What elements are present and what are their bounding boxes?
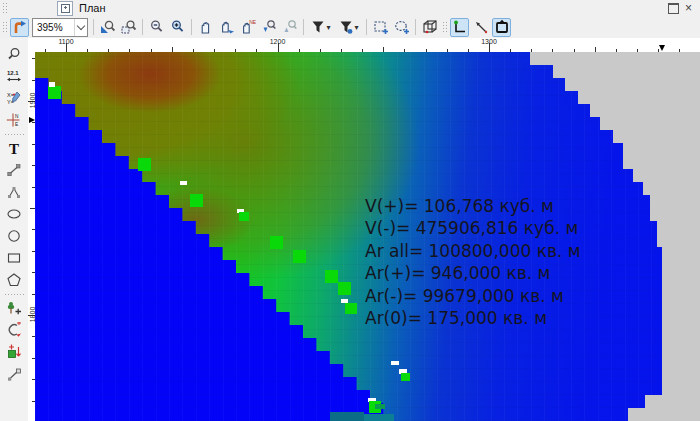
select-rectangle-button[interactable]: [371, 18, 390, 37]
tabbar-grip[interactable]: [2, 2, 7, 14]
ruler-label: 1100: [58, 38, 73, 45]
svg-text:T: T: [9, 141, 19, 157]
text-tool[interactable]: T: [3, 138, 25, 158]
add-point-tool[interactable]: [3, 298, 25, 318]
pan-button[interactable]: [196, 18, 215, 37]
node-edit-icon: [6, 366, 22, 382]
zoom-decrease-button[interactable]: [259, 18, 278, 37]
arc-icon: [6, 322, 22, 338]
separator: [366, 19, 367, 35]
select-polygon-icon: [394, 19, 410, 35]
select-polygon-button[interactable]: [392, 18, 411, 37]
polyline-icon: [6, 162, 22, 178]
annotation-line: Ar(+)= 946,000 кв. м: [365, 262, 581, 284]
horizontal-ruler: 110012001300: [35, 38, 700, 53]
tools-separator: [4, 133, 24, 136]
snap-corner-icon: [452, 19, 468, 35]
rectangle-tool[interactable]: [3, 248, 25, 268]
capture-polygon-button[interactable]: [492, 18, 511, 37]
raster-cell: [391, 361, 399, 365]
view-3d-icon: [422, 19, 438, 35]
chevron-down-icon: ▾: [326, 23, 330, 32]
zoom-to-selection-button[interactable]: [98, 18, 117, 37]
pan-drag-icon: [219, 19, 235, 35]
tab-float-button[interactable]: [57, 1, 73, 16]
svg-text:N: N: [15, 114, 19, 119]
select-rectangle-icon: [373, 19, 389, 35]
zoom-increase-button[interactable]: [280, 18, 299, 37]
svg-text:E: E: [15, 122, 18, 127]
pentagon-tool[interactable]: [3, 270, 25, 290]
measure-zoom-icon: [6, 46, 22, 62]
zoom-mode-icon: [12, 19, 28, 35]
zoom-out-button[interactable]: [147, 18, 166, 37]
filter-button[interactable]: ▾: [308, 18, 334, 37]
zoom-window-button[interactable]: [119, 18, 138, 37]
circle-tool[interactable]: [3, 226, 25, 246]
pan-drag-button[interactable]: [217, 18, 236, 37]
separator: [303, 19, 304, 35]
coordinates-tool[interactable]: X= Y=: [3, 88, 25, 108]
polygon-tool[interactable]: [3, 182, 25, 202]
view-3d-button[interactable]: [420, 18, 439, 37]
ruler-label: 1300: [481, 38, 497, 45]
text-tool-icon: T: [6, 140, 22, 156]
slope-button[interactable]: [471, 18, 490, 37]
tab-title[interactable]: План: [79, 2, 106, 14]
separator: [142, 19, 143, 35]
drawing-tools-panel: 12.1 X= Y= N E T: [0, 38, 29, 421]
node-edit-tool[interactable]: [3, 364, 25, 384]
raster-cell: [138, 158, 151, 171]
annotation-line: V(-)= 475906,816 куб. м: [365, 217, 581, 239]
filter-add-button[interactable]: ▾: [336, 18, 362, 37]
separator: [415, 19, 416, 35]
snap-corner-button[interactable]: [450, 18, 469, 37]
raster-cell: [330, 412, 364, 421]
pan-ne-button[interactable]: NE: [238, 18, 257, 37]
raster-cell: [180, 181, 187, 185]
raster-cell: [338, 282, 351, 295]
chevron-down-icon[interactable]: [74, 19, 87, 36]
zoom-window-icon: [121, 19, 137, 35]
zoom-in-icon: [170, 19, 186, 35]
toolbar-grip[interactable]: [442, 21, 447, 33]
zoom-out-icon: [149, 19, 165, 35]
zoom-increase-icon: [282, 19, 298, 35]
capture-polygon-icon: [494, 19, 510, 35]
annotation-line: Ar(0)= 175,000 кв. м: [365, 307, 581, 329]
toolbar-grip[interactable]: [2, 21, 7, 33]
raster-cell: [270, 236, 283, 249]
polygon-icon: [6, 184, 22, 200]
north-axes-tool[interactable]: N E: [3, 110, 25, 130]
pan-hand-icon: [198, 19, 214, 35]
filter-add-icon: [339, 20, 353, 34]
surface-icon: [6, 344, 22, 360]
plan-window: План × 395%: [0, 0, 700, 421]
pentagon-icon: [6, 272, 22, 288]
zoom-in-button[interactable]: [168, 18, 187, 37]
raster-cell: [293, 250, 306, 263]
raster-cell: [49, 82, 55, 87]
zoom-level-value: 395%: [33, 22, 74, 33]
polyline-tool[interactable]: [3, 160, 25, 180]
map-viewport[interactable]: V(+)= 106,768 куб. м V(-)= 475906,816 ку…: [35, 52, 700, 421]
zoom-mode-button[interactable]: [10, 18, 29, 37]
north-axes-icon: N E: [6, 112, 22, 128]
elevation-raster: V(+)= 106,768 куб. м V(-)= 475906,816 ку…: [35, 52, 665, 421]
ruler-label: 1200: [270, 38, 286, 45]
arc-tool[interactable]: [3, 320, 25, 340]
cursor-position-marker: [659, 45, 665, 51]
close-button[interactable]: ×: [685, 3, 692, 13]
svg-text:X=: X=: [7, 92, 14, 98]
rectangle-icon: [6, 250, 22, 266]
dimension-tool[interactable]: 12.1: [3, 66, 25, 86]
annotation-line: Ar all= 100800,000 кв. м: [365, 240, 581, 262]
ellipse-tool[interactable]: [3, 204, 25, 224]
maximize-button[interactable]: [668, 3, 679, 14]
zoom-level-combobox[interactable]: 395%: [32, 18, 88, 37]
surface-tool[interactable]: [3, 342, 25, 362]
chevron-down-icon: ▾: [354, 23, 358, 32]
volume-annotation: V(+)= 106,768 куб. м V(-)= 475906,816 ку…: [365, 195, 581, 329]
ellipse-icon: [6, 206, 22, 222]
measure-zoom-tool[interactable]: [3, 44, 25, 64]
